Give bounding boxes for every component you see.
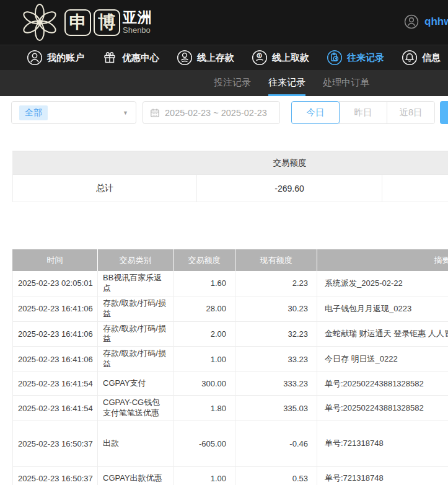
calendar-icon	[150, 108, 160, 118]
transactions-table: 时间 交易类别 交易额度 现有额度 摘要 2025-02-23 02:05:01…	[12, 249, 448, 485]
cell-balance: 30.23	[235, 296, 317, 321]
tab-betting-records[interactable]: 投注记录	[214, 70, 251, 96]
nav-item-label: 信息	[422, 52, 441, 64]
summary-total-row: 总计 -269.60	[12, 175, 448, 202]
nav-item-my-account[interactable]: 我的账户	[27, 50, 84, 66]
tab-label: 往来记录	[268, 77, 305, 89]
col-header-time: 时间	[12, 249, 98, 271]
records-icon	[327, 50, 343, 66]
yesterday-button[interactable]: 昨日	[339, 101, 387, 124]
search-button[interactable]	[440, 101, 448, 124]
gift-icon	[102, 50, 118, 66]
cell-balance: 33.23	[235, 347, 317, 372]
record-subtabs: 投注记录 往来记录 处理中订单	[0, 70, 448, 96]
flower-logo-icon	[17, 2, 62, 42]
nav-item-label: 往来记录	[347, 52, 384, 64]
summary-table: 交易额度 总计 -269.60	[12, 151, 448, 202]
cell-time: 2025-02-23 16:41:54	[12, 372, 98, 395]
nav-item-deposit[interactable]: 线上存款	[177, 50, 234, 66]
cell-amount: -605.00	[173, 421, 235, 466]
today-button[interactable]: 今日	[291, 101, 340, 124]
tab-transaction-records[interactable]: 往来记录	[268, 70, 305, 96]
date-range-input[interactable]: 2025-02-23 ~ 2025-02-23	[143, 101, 280, 124]
cell-amount: 1.00	[173, 467, 235, 485]
last-8-days-button[interactable]: 近8日	[387, 101, 435, 124]
cell-note: 单号:721318748	[317, 467, 448, 485]
quick-date-buttons: 今日 昨日 近8日	[291, 101, 435, 124]
nav-item-withdraw[interactable]: $ 线上取款	[252, 50, 309, 66]
cell-balance: 333.23	[235, 372, 317, 395]
top-header: 申 博 亚洲 Shenbo qhhw	[0, 0, 448, 45]
summary-header-row: 交易额度	[12, 151, 448, 175]
table-row: 2025-02-23 16:41:54 CGPAY支付 300.00 333.2…	[12, 372, 448, 396]
col-header-note: 摘要	[317, 249, 448, 271]
username-text: qhhw	[424, 16, 448, 28]
main-nav: 我的账户 优惠中心 线上存款 $ 线上取款	[0, 45, 448, 70]
table-row: 2025-02-23 16:41:54 CGPAY-CG钱包支付笔笔送优惠 1.…	[12, 396, 448, 421]
cell-amount: 28.00	[173, 296, 235, 321]
cell-amount: 1.00	[173, 347, 235, 372]
cell-note: 金蛇献瑞 财运通天 登录钜惠 人人冒	[317, 322, 448, 347]
cell-time: 2025-02-23 16:41:54	[12, 396, 98, 420]
cell-type: BB视讯百家乐返点	[98, 271, 173, 296]
withdraw-icon: $	[252, 50, 268, 66]
table-row: 2025-02-23 02:05:01 BB视讯百家乐返点 1.60 2.23 …	[12, 271, 448, 296]
cell-note: 电子钱包月月返现_0223	[317, 296, 448, 321]
bell-icon	[402, 50, 418, 66]
logo-region-text: 亚洲	[123, 10, 152, 25]
table-row: 2025-02-23 16:41:06 存款/取款/打码/损益 28.00 30…	[12, 296, 448, 322]
user-account-area[interactable]: qhhw	[404, 14, 448, 29]
type-select-value: 全部	[19, 105, 48, 120]
cell-balance: 0.53	[235, 467, 317, 485]
summary-header-amount: 交易额度	[197, 151, 382, 174]
nav-item-label: 线上存款	[197, 52, 234, 64]
logo-char-box-2: 博	[94, 9, 120, 36]
nav-item-transaction-records[interactable]: 往来记录	[327, 50, 384, 66]
table-header-row: 时间 交易类别 交易额度 现有额度 摘要	[12, 249, 448, 271]
cell-type: CGPAY-CG钱包支付笔笔送优惠	[98, 396, 173, 420]
cell-amount: 2.00	[173, 322, 235, 347]
deposit-icon	[177, 50, 193, 66]
filter-bar: 全部 ▼ 2025-02-23 ~ 2025-02-23 今日 昨日 近8日	[0, 96, 448, 135]
cell-type: CGPAY支付	[98, 372, 173, 395]
cell-type: 存款/取款/打码/损益	[98, 347, 173, 372]
table-row: 2025-02-23 16:50:37 出款 -605.00 -0.46 单号:…	[12, 421, 448, 467]
summary-header-blank	[12, 151, 197, 174]
tab-label: 投注记录	[214, 77, 251, 89]
col-header-type: 交易类别	[98, 249, 173, 271]
col-header-balance: 现有额度	[235, 249, 317, 271]
table-row: 2025-02-23 16:50:37 CGPAY出款优惠 1.00 0.53 …	[12, 467, 448, 485]
nav-item-messages[interactable]: 信息	[402, 50, 441, 66]
tab-pending-orders[interactable]: 处理中订单	[323, 70, 369, 96]
summary-total-label: 总计	[12, 175, 197, 202]
cell-time: 2025-02-23 16:50:37	[12, 421, 98, 466]
user-icon	[27, 50, 43, 66]
type-select-dropdown[interactable]: 全部 ▼	[11, 101, 136, 124]
table-row: 2025-02-23 16:41:06 存款/取款/打码/损益 1.00 33.…	[12, 347, 448, 372]
table-row: 2025-02-23 16:41:06 存款/取款/打码/损益 2.00 32.…	[12, 322, 448, 347]
tab-label: 处理中订单	[323, 77, 369, 89]
cell-note: 单号:202502243881328582	[317, 372, 448, 395]
nav-item-label: 线上取款	[272, 52, 309, 64]
cell-type: 存款/取款/打码/损益	[98, 322, 173, 347]
site-logo[interactable]: 申 博 亚洲 Shenbo	[17, 2, 152, 42]
cell-amount: 1.60	[173, 271, 235, 296]
cell-note: 今日存 明日送_0222	[317, 347, 448, 372]
cell-balance: -0.46	[235, 421, 317, 466]
cell-time: 2025-02-23 02:05:01	[12, 271, 98, 296]
cell-balance: 32.23	[235, 322, 317, 347]
cell-time: 2025-02-23 16:41:06	[12, 347, 98, 372]
cell-time: 2025-02-23 16:50:37	[12, 467, 98, 485]
transaction-records-page: { "header": { "logo_char_1": "申", "logo_…	[0, 0, 448, 485]
svg-text:$: $	[258, 53, 261, 58]
cell-time: 2025-02-23 16:41:06	[12, 296, 98, 321]
summary-header-blank	[382, 151, 448, 174]
date-range-value: 2025-02-23 ~ 2025-02-23	[165, 108, 267, 118]
nav-item-promotions[interactable]: 优惠中心	[102, 50, 159, 66]
cell-balance: 2.23	[235, 271, 317, 296]
cell-type: CGPAY出款优惠	[98, 467, 173, 485]
button-label: 昨日	[354, 107, 372, 118]
cell-type: 出款	[98, 421, 173, 466]
cell-amount: 1.80	[173, 396, 235, 420]
cell-amount: 300.00	[173, 372, 235, 395]
